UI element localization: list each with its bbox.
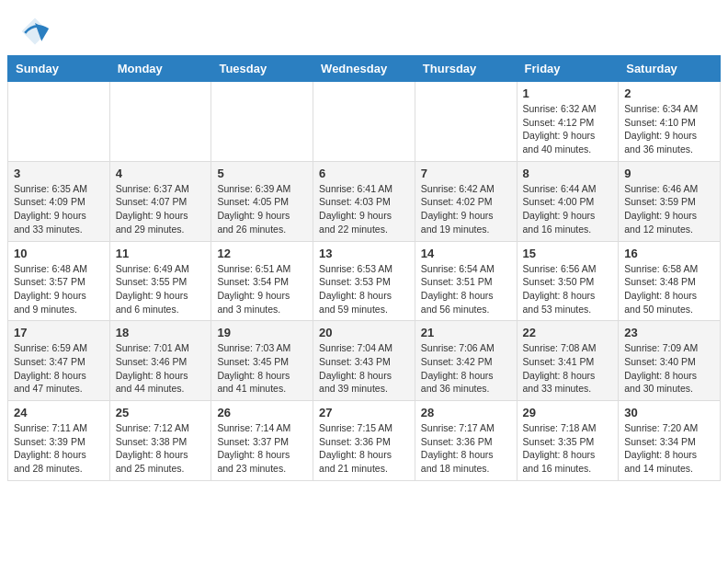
day-cell: 23Sunrise: 7:09 AM Sunset: 3:40 PM Dayli… — [619, 321, 721, 401]
week-row-1: 3Sunrise: 6:35 AM Sunset: 4:09 PM Daylig… — [8, 161, 721, 241]
day-number: 6 — [319, 167, 409, 180]
day-number: 25 — [116, 406, 206, 419]
calendar-wrapper: SundayMondayTuesdayWednesdayThursdayFrid… — [0, 55, 728, 488]
day-cell: 17Sunrise: 6:59 AM Sunset: 3:47 PM Dayli… — [8, 321, 110, 401]
day-cell: 8Sunrise: 6:44 AM Sunset: 4:00 PM Daylig… — [517, 161, 619, 241]
day-info: Sunrise: 7:15 AM Sunset: 3:36 PM Dayligh… — [319, 421, 409, 476]
day-number: 24 — [14, 406, 104, 419]
day-info: Sunrise: 6:32 AM Sunset: 4:12 PM Dayligh… — [523, 102, 613, 156]
day-number: 11 — [116, 247, 206, 260]
day-info: Sunrise: 6:44 AM Sunset: 4:00 PM Dayligh… — [523, 182, 613, 236]
day-number: 27 — [319, 406, 409, 419]
day-cell: 11Sunrise: 6:49 AM Sunset: 3:55 PM Dayli… — [109, 241, 211, 321]
day-cell: 9Sunrise: 6:46 AM Sunset: 3:59 PM Daylig… — [619, 161, 721, 241]
page-header — [0, 0, 728, 55]
logo-icon — [18, 15, 51, 48]
day-number: 28 — [421, 406, 511, 419]
day-cell: 26Sunrise: 7:14 AM Sunset: 3:37 PM Dayli… — [211, 401, 313, 481]
day-info: Sunrise: 7:01 AM Sunset: 3:46 PM Dayligh… — [116, 341, 206, 396]
day-number: 3 — [14, 167, 104, 180]
day-info: Sunrise: 7:11 AM Sunset: 3:39 PM Dayligh… — [14, 421, 104, 476]
day-number: 9 — [624, 167, 714, 180]
day-cell: 12Sunrise: 6:51 AM Sunset: 3:54 PM Dayli… — [211, 241, 313, 321]
day-info: Sunrise: 6:46 AM Sunset: 3:59 PM Dayligh… — [624, 182, 714, 236]
day-cell: 19Sunrise: 7:03 AM Sunset: 3:45 PM Dayli… — [211, 321, 313, 401]
day-number: 29 — [523, 406, 613, 419]
day-cell — [8, 82, 110, 162]
day-number: 7 — [421, 167, 511, 180]
day-cell: 30Sunrise: 7:20 AM Sunset: 3:34 PM Dayli… — [619, 401, 721, 481]
day-info: Sunrise: 6:54 AM Sunset: 3:51 PM Dayligh… — [421, 262, 511, 316]
day-info: Sunrise: 7:06 AM Sunset: 3:42 PM Dayligh… — [421, 341, 511, 396]
day-info: Sunrise: 6:51 AM Sunset: 3:54 PM Dayligh… — [217, 262, 307, 316]
day-info: Sunrise: 6:37 AM Sunset: 4:07 PM Dayligh… — [116, 182, 206, 236]
day-info: Sunrise: 7:08 AM Sunset: 3:41 PM Dayligh… — [523, 341, 613, 396]
day-number: 13 — [319, 247, 409, 260]
logo — [18, 15, 55, 48]
day-info: Sunrise: 6:48 AM Sunset: 3:57 PM Dayligh… — [14, 262, 104, 316]
calendar-table: SundayMondayTuesdayWednesdayThursdayFrid… — [7, 55, 721, 481]
day-number: 8 — [523, 167, 613, 180]
day-cell: 5Sunrise: 6:39 AM Sunset: 4:05 PM Daylig… — [211, 161, 313, 241]
header-row: SundayMondayTuesdayWednesdayThursdayFrid… — [8, 56, 721, 82]
day-number: 26 — [217, 406, 307, 419]
day-cell: 4Sunrise: 6:37 AM Sunset: 4:07 PM Daylig… — [109, 161, 211, 241]
day-number: 20 — [319, 326, 409, 339]
day-info: Sunrise: 7:12 AM Sunset: 3:38 PM Dayligh… — [116, 421, 206, 476]
day-cell: 13Sunrise: 6:53 AM Sunset: 3:53 PM Dayli… — [313, 241, 415, 321]
column-header-saturday: Saturday — [619, 56, 721, 82]
day-number: 17 — [14, 326, 104, 339]
day-info: Sunrise: 7:03 AM Sunset: 3:45 PM Dayligh… — [217, 341, 307, 396]
day-cell: 14Sunrise: 6:54 AM Sunset: 3:51 PM Dayli… — [415, 241, 517, 321]
day-cell: 6Sunrise: 6:41 AM Sunset: 4:03 PM Daylig… — [313, 161, 415, 241]
day-info: Sunrise: 6:49 AM Sunset: 3:55 PM Dayligh… — [116, 262, 206, 316]
column-header-monday: Monday — [109, 56, 211, 82]
day-cell: 24Sunrise: 7:11 AM Sunset: 3:39 PM Dayli… — [8, 401, 110, 481]
day-number: 10 — [14, 247, 104, 260]
day-number: 18 — [116, 326, 206, 339]
day-number: 14 — [421, 247, 511, 260]
day-number: 30 — [624, 406, 714, 419]
day-cell: 16Sunrise: 6:58 AM Sunset: 3:48 PM Dayli… — [619, 241, 721, 321]
day-number: 22 — [523, 326, 613, 339]
day-number: 21 — [421, 326, 511, 339]
day-info: Sunrise: 7:17 AM Sunset: 3:36 PM Dayligh… — [421, 421, 511, 476]
day-info: Sunrise: 7:09 AM Sunset: 3:40 PM Dayligh… — [624, 341, 714, 396]
day-cell: 29Sunrise: 7:18 AM Sunset: 3:35 PM Dayli… — [517, 401, 619, 481]
day-cell: 10Sunrise: 6:48 AM Sunset: 3:57 PM Dayli… — [8, 241, 110, 321]
week-row-3: 17Sunrise: 6:59 AM Sunset: 3:47 PM Dayli… — [8, 321, 721, 401]
day-cell: 25Sunrise: 7:12 AM Sunset: 3:38 PM Dayli… — [109, 401, 211, 481]
day-cell — [313, 82, 415, 162]
day-cell: 1Sunrise: 6:32 AM Sunset: 4:12 PM Daylig… — [517, 82, 619, 162]
day-number: 23 — [624, 326, 714, 339]
day-cell — [211, 82, 313, 162]
day-info: Sunrise: 6:56 AM Sunset: 3:50 PM Dayligh… — [523, 262, 613, 316]
day-number: 15 — [523, 247, 613, 260]
day-info: Sunrise: 7:14 AM Sunset: 3:37 PM Dayligh… — [217, 421, 307, 476]
column-header-friday: Friday — [517, 56, 619, 82]
week-row-4: 24Sunrise: 7:11 AM Sunset: 3:39 PM Dayli… — [8, 401, 721, 481]
column-header-sunday: Sunday — [8, 56, 110, 82]
day-cell: 28Sunrise: 7:17 AM Sunset: 3:36 PM Dayli… — [415, 401, 517, 481]
calendar-body: 1Sunrise: 6:32 AM Sunset: 4:12 PM Daylig… — [8, 82, 721, 481]
day-number: 12 — [217, 247, 307, 260]
day-number: 2 — [624, 86, 714, 100]
day-number: 4 — [116, 167, 206, 180]
day-cell: 2Sunrise: 6:34 AM Sunset: 4:10 PM Daylig… — [619, 82, 721, 162]
day-cell — [109, 82, 211, 162]
column-header-wednesday: Wednesday — [313, 56, 415, 82]
day-info: Sunrise: 6:41 AM Sunset: 4:03 PM Dayligh… — [319, 182, 409, 236]
day-cell: 15Sunrise: 6:56 AM Sunset: 3:50 PM Dayli… — [517, 241, 619, 321]
day-info: Sunrise: 6:42 AM Sunset: 4:02 PM Dayligh… — [421, 182, 511, 236]
day-cell — [415, 82, 517, 162]
day-info: Sunrise: 6:58 AM Sunset: 3:48 PM Dayligh… — [624, 262, 714, 316]
day-cell: 21Sunrise: 7:06 AM Sunset: 3:42 PM Dayli… — [415, 321, 517, 401]
day-info: Sunrise: 6:59 AM Sunset: 3:47 PM Dayligh… — [14, 341, 104, 396]
day-info: Sunrise: 6:34 AM Sunset: 4:10 PM Dayligh… — [624, 102, 714, 156]
day-info: Sunrise: 7:04 AM Sunset: 3:43 PM Dayligh… — [319, 341, 409, 396]
day-cell: 7Sunrise: 6:42 AM Sunset: 4:02 PM Daylig… — [415, 161, 517, 241]
column-header-tuesday: Tuesday — [211, 56, 313, 82]
day-info: Sunrise: 6:39 AM Sunset: 4:05 PM Dayligh… — [217, 182, 307, 236]
day-info: Sunrise: 6:35 AM Sunset: 4:09 PM Dayligh… — [14, 182, 104, 236]
week-row-0: 1Sunrise: 6:32 AM Sunset: 4:12 PM Daylig… — [8, 82, 721, 162]
